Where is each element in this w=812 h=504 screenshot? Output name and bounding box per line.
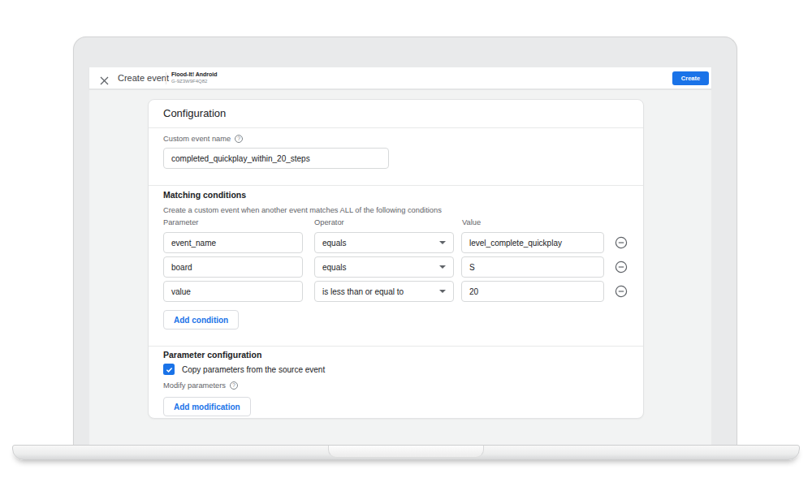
matching-conditions-title: Matching conditions xyxy=(163,190,246,200)
operator-select[interactable]: is less than or equal to xyxy=(314,281,454,302)
condition-row: event_name equals level_complete_quickpl… xyxy=(149,232,645,253)
add-condition-button[interactable]: Add condition xyxy=(163,310,239,330)
create-button[interactable]: Create xyxy=(672,71,709,85)
custom-event-name-label: Custom event name xyxy=(163,135,231,143)
value-input[interactable]: level_complete_quickplay xyxy=(461,232,604,253)
checkbox-checked[interactable] xyxy=(163,364,175,375)
parameter-input[interactable]: board xyxy=(163,256,303,278)
custom-event-name-input[interactable]: completed_quickplay_within_20_steps xyxy=(163,148,389,169)
chevron-down-icon xyxy=(439,241,446,244)
divider xyxy=(149,185,643,186)
create-event-dialog: Create event Flood-It! Android G-9Z3W9F4… xyxy=(89,67,711,445)
dialog-header: Create event Flood-It! Android G-9Z3W9F4… xyxy=(89,67,711,89)
column-header-parameter: Parameter xyxy=(163,218,198,226)
copy-parameters-checkbox-row[interactable]: Copy parameters from the source event xyxy=(163,364,325,375)
remove-condition-icon[interactable] xyxy=(615,236,628,249)
parameter-input[interactable]: event_name xyxy=(163,232,303,253)
parameter-input[interactable]: value xyxy=(163,281,303,302)
operator-value: is less than or equal to xyxy=(322,287,404,296)
operator-select[interactable]: equals xyxy=(314,256,454,278)
laptop-screen: Create event Flood-It! Android G-9Z3W9F4… xyxy=(73,37,737,445)
card-title: Configuration xyxy=(163,107,226,119)
chevron-down-icon xyxy=(439,265,446,269)
help-icon[interactable]: ? xyxy=(235,135,243,143)
close-icon[interactable] xyxy=(100,74,109,83)
add-modification-button[interactable]: Add modification xyxy=(163,397,251,416)
matching-conditions-description: Create a custom event when another event… xyxy=(163,206,442,214)
copy-parameters-label: Copy parameters from the source event xyxy=(182,365,325,374)
dialog-title: Create event xyxy=(118,67,169,89)
operator-value: equals xyxy=(322,263,346,272)
condition-row: value is less than or equal to 20 xyxy=(149,281,645,302)
modify-parameters-label: Modify parameters xyxy=(163,381,226,390)
property-id: G-9Z3W9F4Q82 xyxy=(171,78,218,84)
operator-select[interactable]: equals xyxy=(314,232,454,253)
value-input[interactable]: 20 xyxy=(461,281,604,302)
value-input[interactable]: S xyxy=(461,256,604,278)
remove-condition-icon[interactable] xyxy=(615,261,628,274)
operator-value: equals xyxy=(322,239,346,248)
property-name: Flood-It! Android xyxy=(171,71,218,78)
help-icon[interactable]: ? xyxy=(230,381,238,390)
laptop-mockup: Create event Flood-It! Android G-9Z3W9F4… xyxy=(0,0,812,504)
laptop-notch xyxy=(328,446,484,458)
laptop-base xyxy=(12,445,800,460)
chevron-down-icon xyxy=(439,290,446,293)
condition-row: board equals S xyxy=(149,256,645,278)
column-header-operator: Operator xyxy=(314,218,344,226)
property-info: Flood-It! Android G-9Z3W9F4Q82 xyxy=(171,71,218,84)
remove-condition-icon[interactable] xyxy=(615,285,628,298)
divider xyxy=(149,127,643,128)
divider xyxy=(149,346,643,347)
header-separator xyxy=(166,72,166,84)
parameter-configuration-title: Parameter configuration xyxy=(163,350,261,360)
column-header-value: Value xyxy=(462,218,481,226)
configuration-card: Configuration Custom event name ? comple… xyxy=(148,99,644,419)
